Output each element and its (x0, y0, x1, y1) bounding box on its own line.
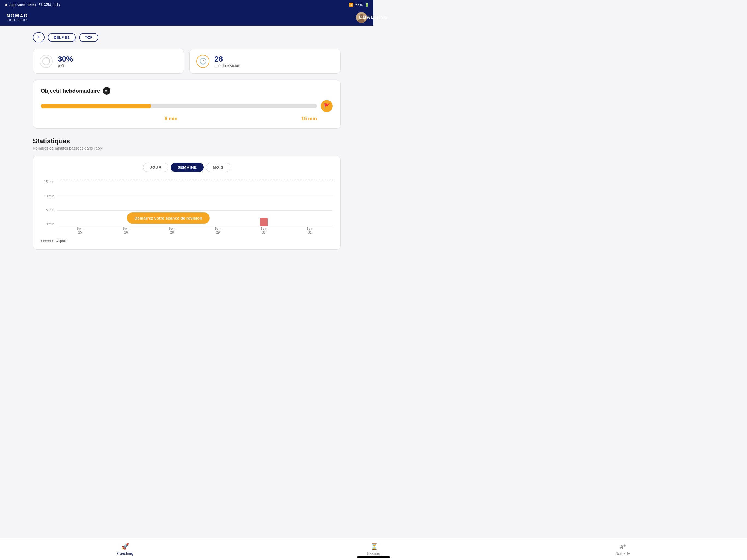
x-label-31: Sem 31 (287, 227, 333, 234)
chart-x-labels: Sem 25 Sem 26 Sem 28 Sem 29 Sem 30 (57, 227, 333, 234)
objectif-title-text: Objectif hebdomadaire (41, 88, 100, 94)
bar-30 (260, 218, 268, 226)
battery-icon: 🔋 (365, 3, 369, 7)
progress-bar-fill (41, 104, 151, 108)
progress-bar-background (41, 104, 317, 108)
y-label-5: 5 min (41, 208, 54, 212)
status-right: 📶 65% 🔋 (349, 3, 369, 7)
logo-nomad: NOMAD (6, 14, 28, 19)
main-content: + DELF B1 TCF 30% prêt 🕐 28 (0, 26, 374, 266)
progress-circle-icon (40, 55, 53, 68)
legend-dot-2 (43, 240, 45, 242)
add-tag-button[interactable]: + (33, 32, 45, 42)
logo-education: EDUCATION (6, 19, 28, 22)
period-tabs: JOUR SEMAINE MOIS (41, 163, 333, 172)
legend-dot-4 (47, 240, 49, 242)
objectif-card: Objectif hebdomadaire ✏ 🚩 6 min 15 min (33, 80, 341, 128)
chart-y-labels: 15 min 10 min 5 min 0 min (41, 180, 54, 226)
objectif-title: Objectif hebdomadaire ✏ (41, 87, 333, 95)
progress-label: prêt (58, 63, 73, 68)
bar-col-30 (241, 218, 287, 226)
clock-icon-circle: 🕐 (196, 55, 209, 68)
objectif-legend-label: Objectif (55, 239, 68, 243)
statistics-title: Statistiques (33, 137, 341, 145)
x-label-30: Sem 30 (241, 227, 287, 234)
date-label: 7月25日（月） (38, 2, 62, 7)
header: NOMAD EDUCATION COACHING (0, 9, 374, 26)
progress-target-label: 15 min (301, 116, 317, 122)
objectif-legend: Objectif (41, 239, 333, 243)
chart-tooltip[interactable]: Démarrez votre séance de révision (127, 212, 210, 224)
progress-value: 30% (58, 55, 73, 63)
logo: NOMAD EDUCATION (6, 14, 28, 22)
minutes-label: min de révision (214, 63, 240, 68)
tab-jour[interactable]: JOUR (143, 163, 169, 172)
chart-card: JOUR SEMAINE MOIS 15 min 10 min 5 min 0 … (33, 156, 341, 250)
time-label: 15:51 (27, 3, 36, 7)
flag-icon: 🚩 (321, 100, 333, 112)
tab-mois[interactable]: MOIS (206, 163, 231, 172)
minutes-card: 🕐 28 min de révision (189, 49, 341, 74)
legend-dot-1 (41, 240, 42, 242)
x-label-28: Sem 28 (149, 227, 195, 234)
tab-semaine[interactable]: SEMAINE (171, 163, 204, 172)
delf-tag-button[interactable]: DELF B1 (48, 33, 76, 42)
progress-content: 30% prêt (58, 55, 73, 68)
progress-labels: 6 min 15 min (41, 116, 333, 122)
tcf-tag-button[interactable]: TCF (79, 33, 98, 42)
x-label-29: Sem 29 (195, 227, 241, 234)
circle-progress-icon (42, 57, 51, 66)
statistics-subtitle: Nombres de minutes passées dans l'app (33, 146, 341, 150)
edit-objectif-button[interactable]: ✏ (103, 87, 110, 95)
progress-card: 30% prêt (33, 49, 184, 74)
wifi-icon: 📶 (349, 3, 353, 7)
battery-label: 65% (356, 3, 363, 7)
status-left: ◀ App Store 15:51 7月25日（月） (4, 2, 62, 7)
legend-dot-3 (45, 240, 47, 242)
progress-row: 🚩 (41, 100, 333, 112)
legend-dot-5 (50, 240, 51, 242)
legend-dots (41, 240, 53, 242)
carrier-label: App Store (9, 3, 25, 7)
chart-area: 15 min 10 min 5 min 0 min (41, 180, 333, 234)
stats-row: 30% prêt 🕐 28 min de révision (33, 49, 341, 74)
x-label-25: Sem 25 (57, 227, 103, 234)
minutes-value: 28 (214, 55, 240, 63)
header-title: COACHING (359, 15, 374, 20)
tags-row: + DELF B1 TCF (33, 32, 341, 42)
status-bar: ◀ App Store 15:51 7月25日（月） 📶 65% 🔋 (0, 0, 374, 9)
y-label-0: 0 min (41, 222, 54, 226)
minutes-content: 28 min de révision (214, 55, 240, 68)
clock-icon: 🕐 (199, 58, 207, 65)
progress-current-label: 6 min (41, 116, 301, 122)
back-arrow[interactable]: ◀ (4, 3, 7, 7)
y-label-15: 15 min (41, 180, 54, 184)
y-label-10: 10 min (41, 194, 54, 198)
x-label-26: Sem 26 (103, 227, 149, 234)
legend-dot-6 (52, 240, 53, 242)
